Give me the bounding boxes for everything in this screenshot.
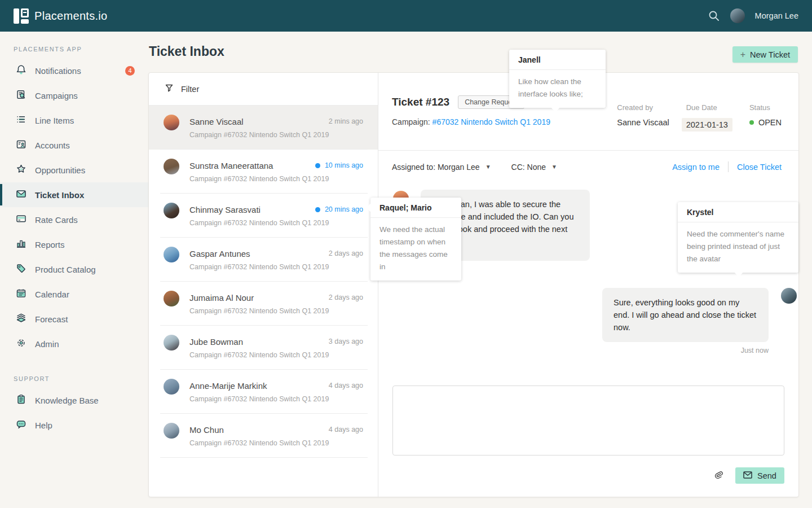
- ticket-time: 3 days ago: [329, 338, 363, 345]
- annotation-krystel: Krystel Need the commenter's name being …: [678, 202, 798, 273]
- ticket-list-item[interactable]: Chinmay Sarasvati 20 mins ago Campaign #…: [149, 194, 378, 238]
- ticket-list-item[interactable]: Anne-Marije Markink 4 days ago Campaign …: [149, 370, 378, 414]
- assigned-to-dropdown[interactable]: Assigned to: Morgan Lee▼: [392, 163, 491, 172]
- ticket-sender-name: Mo Chun: [189, 425, 224, 435]
- ticket-list-item[interactable]: Mo Chun 4 days ago Campaign #67032 Ninte…: [149, 414, 378, 458]
- sidebar-item-notifications[interactable]: Notifications 4: [0, 58, 148, 83]
- send-envelope-icon: [743, 471, 752, 480]
- cc-dropdown[interactable]: CC: None▼: [511, 163, 557, 172]
- ticket-number: Ticket #123: [392, 96, 449, 108]
- assign-row: Assigned to: Morgan Lee▼ CC: None▼ Assig…: [378, 151, 798, 183]
- meta-due-date: Due Date 2021-01-13: [686, 103, 732, 132]
- sidebar-item-rate-cards[interactable]: Rate Cards: [0, 207, 148, 232]
- ticket-detail-pane: Ticket #123 Change Request Campaign: #67…: [378, 73, 798, 497]
- new-ticket-button[interactable]: + New Ticket: [732, 46, 798, 63]
- reply-input[interactable]: [392, 386, 784, 456]
- avatar: [164, 247, 179, 262]
- ticket-list-item[interactable]: Sunstra Maneerattana 10 mins ago Campaig…: [149, 150, 378, 194]
- sidebar-item-forecast[interactable]: Forecast: [0, 306, 148, 331]
- sidebar-item-label: Notifications: [35, 66, 81, 76]
- sidebar-item-reports[interactable]: Reports: [0, 232, 148, 257]
- sidebar-item-calendar[interactable]: Calendar: [0, 282, 148, 306]
- sidebar-item-admin[interactable]: Admin: [0, 331, 148, 356]
- avatar: [164, 159, 179, 174]
- ticket-inbox-card: Filter Sanne Viscaal 2 mins ago Campaign…: [148, 72, 799, 497]
- ticket-list-pane: Filter Sanne Viscaal 2 mins ago Campaign…: [149, 73, 378, 497]
- message-timestamp: Just now: [392, 347, 769, 354]
- assign-to-me-link[interactable]: Assign to me: [672, 163, 720, 172]
- ticket-list-item[interactable]: Jube Bowman 3 days ago Campaign #67032 N…: [149, 326, 378, 370]
- avatar: [164, 379, 179, 395]
- sidebar-item-label: Admin: [35, 339, 59, 349]
- topbar-user-avatar[interactable]: [730, 8, 745, 23]
- filter-button[interactable]: Filter: [149, 73, 378, 106]
- calendar-icon: [16, 288, 27, 300]
- sidebar-item-accounts[interactable]: Accounts: [0, 133, 148, 157]
- sidebar-item-label: Opportunities: [35, 165, 85, 175]
- ticket-sender-name: Jube Bowman: [189, 337, 243, 347]
- ticket-campaign: Campaign #67032 Nintendo Switch Q1 2019: [189, 175, 363, 183]
- app-logo[interactable]: Placements.io: [14, 8, 108, 24]
- sidebar-section-support: SUPPORT: [0, 375, 148, 382]
- credit-card-icon: [16, 213, 27, 226]
- brand-name: Placements.io: [34, 10, 108, 23]
- line-items-icon: [16, 114, 27, 126]
- ticket-sender-name: Sunstra Maneerattana: [189, 161, 273, 170]
- layers-icon: [16, 313, 27, 325]
- search-icon[interactable]: [708, 10, 720, 22]
- unread-dot: [315, 163, 320, 168]
- ticket-list-item[interactable]: Sanne Viscaal 2 mins ago Campaign #67032…: [149, 106, 378, 150]
- attach-file-button[interactable]: [712, 468, 725, 483]
- sidebar-item-help[interactable]: Help: [0, 413, 148, 437]
- sidebar-item-product-catalog[interactable]: Product Catalog: [0, 257, 148, 282]
- meta-created-by: Created by Sanne Viscaal: [617, 103, 669, 132]
- chat-bubble-icon: [16, 419, 27, 431]
- annotation-text: Like how clean the interface looks like;: [509, 70, 606, 108]
- ticket-sender-name: Jumaima Al Nour: [189, 293, 254, 303]
- ticket-list-item[interactable]: Jumaima Al Nour 2 days ago Campaign #670…: [149, 282, 378, 326]
- sidebar-item-campaigns[interactable]: Campaigns: [0, 83, 148, 108]
- close-ticket-link[interactable]: Close Ticket: [737, 163, 782, 172]
- unread-dot: [315, 207, 320, 212]
- bell-icon: [16, 64, 27, 77]
- sidebar-item-label: Line Items: [35, 116, 74, 125]
- ticket-campaign: Campaign #67032 Nintendo Switch Q1 2019: [189, 351, 363, 359]
- reply-section: Send: [392, 386, 784, 484]
- ticket-list-item[interactable]: Gaspar Antunes 2 days ago Campaign #6703…: [149, 238, 378, 282]
- meta-status: Status OPEN: [749, 103, 782, 132]
- gear-icon: [16, 338, 27, 350]
- campaigns-icon: [16, 89, 27, 102]
- tag-icon: [16, 263, 27, 275]
- annotation-author: Krystel: [678, 202, 798, 222]
- tooltip-caret: [366, 203, 371, 212]
- status-value: OPEN: [758, 118, 782, 127]
- app-topbar: Placements.io Morgan Lee: [0, 0, 812, 32]
- campaign-link[interactable]: #67032 Nintendo Switch Q1 2019: [433, 117, 550, 126]
- sidebar-item-knowledge-base[interactable]: Knowledge Base: [0, 388, 148, 413]
- clipboard-icon: [16, 394, 27, 406]
- ticket-time: 4 days ago: [329, 426, 363, 433]
- ticket-campaign: Campaign #67032 Nintendo Switch Q1 2019: [189, 263, 363, 271]
- sidebar-item-opportunities[interactable]: Opportunities: [0, 157, 148, 182]
- sidebar-item-ticket-inbox[interactable]: Ticket Inbox: [0, 182, 148, 207]
- ticket-time: 2 days ago: [329, 294, 363, 301]
- plus-icon: +: [740, 50, 745, 60]
- annotation-author: Raquel; Mario: [370, 198, 461, 218]
- sidebar-item-label: Campaigns: [35, 91, 78, 100]
- filter-funnel-icon: [165, 84, 174, 94]
- send-button[interactable]: Send: [735, 467, 784, 484]
- notification-count-badge: 4: [125, 66, 135, 76]
- sidebar-item-line-items[interactable]: Line Items: [0, 108, 148, 133]
- tooltip-caret: [551, 107, 560, 112]
- sidebar-item-label: Forecast: [35, 314, 68, 324]
- sidebar-item-label: Ticket Inbox: [35, 190, 84, 200]
- placements-logo-icon: [14, 8, 29, 24]
- bar-chart-icon: [16, 238, 27, 251]
- avatar: [164, 335, 179, 351]
- ticket-time: 2 days ago: [329, 249, 363, 257]
- annotation-raquel-mario: Raquel; Mario We need the actual timesta…: [370, 198, 461, 281]
- sidebar-nav: PLACEMENTS APP Notifications 4 Campaigns…: [0, 32, 148, 508]
- topbar-user-name[interactable]: Morgan Lee: [755, 11, 798, 20]
- ticket-time: 10 mins ago: [315, 161, 363, 169]
- sidebar-section-placements-app: PLACEMENTS APP: [0, 46, 148, 52]
